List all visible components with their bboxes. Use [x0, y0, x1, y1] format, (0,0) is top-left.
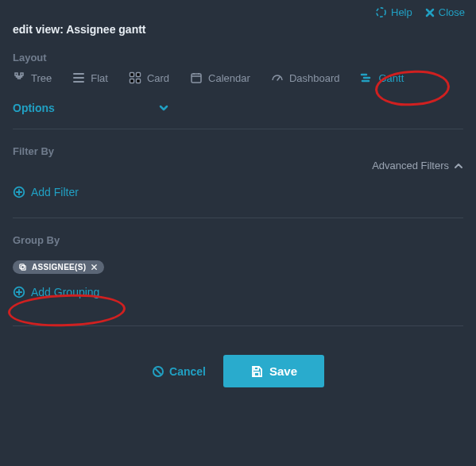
cancel-icon: [152, 365, 164, 378]
group-chips: ASSIGNEE(S): [0, 254, 476, 281]
copy-icon: [18, 263, 27, 272]
flat-icon: [72, 71, 85, 84]
svg-rect-16: [254, 372, 259, 376]
filter-section-label: Filter By: [13, 145, 54, 157]
layout-item-label: Gantt: [378, 72, 404, 84]
svg-rect-9: [192, 74, 201, 83]
card-icon: [129, 71, 141, 84]
layout-item-label: Card: [147, 72, 169, 84]
svg-rect-11: [20, 264, 25, 269]
help-label: Help: [391, 6, 412, 18]
layout-tree[interactable]: Tree: [13, 71, 52, 84]
tree-icon: [13, 71, 25, 84]
dashboard-icon: [271, 71, 284, 84]
layout-item-label: Calendar: [208, 72, 250, 84]
help-link[interactable]: Help: [375, 6, 412, 18]
layout-calendar[interactable]: Calendar: [190, 71, 250, 84]
options-label: Options: [13, 102, 55, 114]
add-grouping-button[interactable]: Add Grouping: [0, 281, 112, 318]
svg-rect-12: [21, 266, 26, 271]
dialog-title: edit view: Assignee gantt: [0, 18, 476, 52]
plus-circle-icon: [13, 286, 25, 298]
layout-dashboard[interactable]: Dashboard: [271, 71, 340, 84]
layout-tabs: Tree Flat Card Calendar Dashboard Gantt: [0, 71, 476, 91]
help-icon: [375, 6, 387, 18]
chip-remove-icon[interactable]: [91, 264, 98, 271]
chevron-up-icon: [454, 161, 463, 171]
layout-card[interactable]: Card: [129, 71, 169, 84]
dialog-topbar: Help Close: [0, 0, 476, 18]
layout-item-label: Dashboard: [289, 72, 340, 84]
gantt-icon: [360, 71, 373, 84]
layout-item-label: Flat: [91, 72, 108, 84]
close-icon: [425, 8, 435, 17]
group-chip-assignee[interactable]: ASSIGNEE(S): [13, 260, 104, 274]
add-filter-button[interactable]: Add Filter: [0, 171, 91, 218]
advanced-filters-label: Advanced Filters: [372, 160, 449, 171]
group-section-label: Group By: [0, 234, 476, 254]
layout-item-label: Tree: [31, 72, 52, 84]
advanced-filters-toggle[interactable]: Advanced Filters: [372, 160, 463, 171]
plus-circle-icon: [13, 186, 25, 198]
svg-point-0: [377, 8, 385, 17]
layout-flat[interactable]: Flat: [72, 71, 108, 84]
group-chip-label: ASSIGNEE(S): [32, 263, 86, 272]
chevron-down-icon: [158, 102, 169, 114]
cancel-label: Cancel: [169, 365, 206, 378]
cancel-button[interactable]: Cancel: [152, 365, 206, 378]
layout-gantt[interactable]: Gantt: [360, 71, 404, 84]
options-toggle[interactable]: Options: [0, 91, 476, 129]
calendar-icon: [190, 71, 203, 84]
save-label: Save: [269, 364, 297, 378]
save-button[interactable]: Save: [223, 355, 324, 387]
add-filter-label: Add Filter: [31, 186, 79, 198]
dialog-footer: Cancel Save: [0, 326, 476, 387]
close-link[interactable]: Close: [425, 6, 465, 18]
layout-section-label: Layout: [0, 52, 476, 71]
close-label: Close: [439, 6, 465, 18]
filter-section-header: Filter By Advanced Filters: [0, 129, 476, 171]
save-icon: [250, 365, 263, 378]
add-grouping-label: Add Grouping: [31, 286, 99, 298]
svg-rect-15: [254, 367, 258, 370]
